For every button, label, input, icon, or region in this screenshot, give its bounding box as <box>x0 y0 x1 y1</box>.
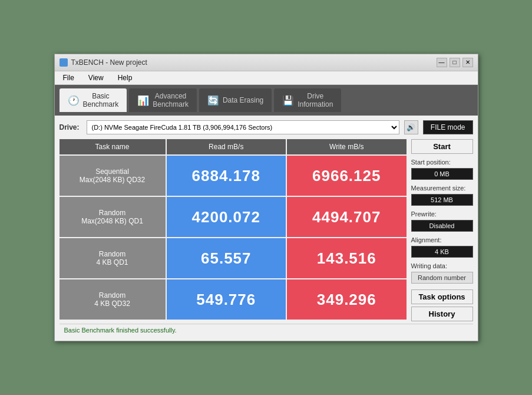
bench-area: Task name Read mB/s Write mB/s Sequentia… <box>60 139 473 321</box>
row-read-random-4kb-qd1: 65.557 <box>167 238 286 278</box>
table-row: SequentialMax(2048 KB) QD32 6884.178 696… <box>60 156 407 196</box>
file-mode-button[interactable]: FILE mode <box>423 120 473 134</box>
tab-data-erasing[interactable]: 🔄 Data Erasing <box>199 88 272 113</box>
maximize-button[interactable]: □ <box>450 58 460 67</box>
writing-data-label: Writing data: <box>411 262 473 269</box>
row-read-random-max: 4200.072 <box>167 197 286 237</box>
row-write-random-4kb-qd1: 143.516 <box>287 238 407 278</box>
header-task-name: Task name <box>60 139 166 154</box>
history-button[interactable]: History <box>411 307 473 321</box>
bench-table-header: Task name Read mB/s Write mB/s <box>60 139 407 154</box>
prewrite-value: Disabled <box>411 220 473 232</box>
tab-drive-information[interactable]: 💾 DriveInformation <box>274 88 341 113</box>
header-read: Read mB/s <box>167 139 286 154</box>
row-read-random-4kb-qd32: 549.776 <box>167 279 286 320</box>
writing-data-value: Random number <box>411 272 473 284</box>
row-label-random-4kb-qd32: Random4 KB QD32 <box>60 279 166 320</box>
row-write-random-4kb-qd32: 349.296 <box>287 279 407 320</box>
measurement-size-label: Measurement size: <box>411 185 473 192</box>
tab-advanced-benchmark[interactable]: 📊 AdvancedBenchmark <box>129 88 197 113</box>
task-options-button[interactable]: Task options <box>411 289 473 304</box>
table-row: RandomMax(2048 KB) QD1 4200.072 4494.707 <box>60 197 407 237</box>
start-position-value: 0 MB <box>411 168 473 180</box>
main-content: Drive: (D:) NVMe Seagate FireCuda 1.81 T… <box>55 116 478 341</box>
header-write: Write mB/s <box>287 139 407 154</box>
tab-basic-benchmark[interactable]: 🕐 BasicBenchmark <box>60 88 127 113</box>
drive-select[interactable]: (D:) NVMe Seagate FireCuda 1.81 TB (3,90… <box>87 120 399 134</box>
title-controls: — □ ✕ <box>437 58 473 67</box>
data-erasing-icon: 🔄 <box>207 95 219 106</box>
window-title: TxBENCH - New project <box>71 58 147 67</box>
menu-view[interactable]: View <box>85 73 107 83</box>
measurement-size-value: 512 MB <box>411 194 473 206</box>
start-button[interactable]: Start <box>411 139 473 154</box>
drive-information-icon: 💾 <box>282 95 294 106</box>
minimize-button[interactable]: — <box>437 58 447 67</box>
tab-advanced-benchmark-label: AdvancedBenchmark <box>153 92 189 109</box>
drive-refresh-button[interactable]: 🔊 <box>404 120 418 134</box>
basic-benchmark-icon: 🕐 <box>68 95 80 106</box>
menu-file[interactable]: File <box>60 73 78 83</box>
start-position-label: Start position: <box>411 159 473 166</box>
row-label-random-4kb-qd1: Random4 KB QD1 <box>60 238 166 278</box>
advanced-benchmark-icon: 📊 <box>137 95 149 106</box>
title-bar: TxBENCH - New project — □ ✕ <box>55 54 478 71</box>
right-panel: Start Start position: 0 MB Measurement s… <box>411 139 473 321</box>
app-icon <box>60 58 68 67</box>
row-label-sequential: SequentialMax(2048 KB) QD32 <box>60 156 166 196</box>
row-write-sequential: 6966.125 <box>287 156 407 196</box>
main-window: TxBENCH - New project — □ ✕ File View He… <box>54 54 478 342</box>
status-text: Basic Benchmark finished successfully. <box>64 327 177 334</box>
table-row: Random4 KB QD32 549.776 349.296 <box>60 279 407 320</box>
status-bar: Basic Benchmark finished successfully. <box>60 324 473 336</box>
table-row: Random4 KB QD1 65.557 143.516 <box>60 238 407 278</box>
tab-basic-benchmark-label: BasicBenchmark <box>83 92 119 109</box>
tab-data-erasing-label: Data Erasing <box>223 96 263 104</box>
drive-label: Drive: <box>60 123 82 131</box>
menu-bar: File View Help <box>55 71 478 85</box>
tab-drive-information-label: DriveInformation <box>298 92 333 109</box>
drive-row: Drive: (D:) NVMe Seagate FireCuda 1.81 T… <box>60 120 473 134</box>
row-label-random-max: RandomMax(2048 KB) QD1 <box>60 197 166 237</box>
close-button[interactable]: ✕ <box>462 58 473 67</box>
title-bar-left: TxBENCH - New project <box>60 58 147 67</box>
menu-help[interactable]: Help <box>114 73 136 83</box>
row-write-random-max: 4494.707 <box>287 197 407 237</box>
row-read-sequential: 6884.178 <box>167 156 286 196</box>
alignment-label: Alignment: <box>411 236 473 243</box>
bench-table: Task name Read mB/s Write mB/s Sequentia… <box>60 139 407 321</box>
prewrite-label: Prewrite: <box>411 210 473 218</box>
toolbar: 🕐 BasicBenchmark 📊 AdvancedBenchmark 🔄 D… <box>55 85 478 116</box>
alignment-value: 4 KB <box>411 246 473 258</box>
